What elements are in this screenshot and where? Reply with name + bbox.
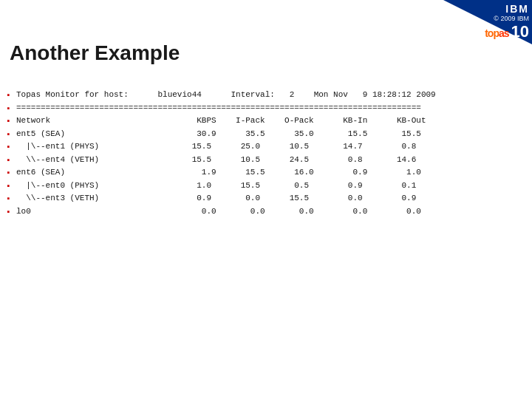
bullet-icon: ▪ bbox=[6, 141, 13, 154]
bullet-icon: ▪ bbox=[6, 167, 13, 180]
corner-text: IBM © 2009 IBM topas 10 bbox=[485, 3, 529, 41]
slide-number: 10 bbox=[511, 22, 529, 41]
line-text: Network KBPS I-Pack O-Pack KB-In KB-Out bbox=[16, 115, 426, 127]
line-text: |\--ent0 (PHYS) 1.0 15.5 0.5 0.9 0.1 bbox=[16, 180, 416, 192]
line-text: Topas Monitor for host: bluevio44 Interv… bbox=[16, 89, 436, 101]
bullet-icon: ▪ bbox=[6, 129, 13, 141]
bullet-icon: ▪ bbox=[6, 89, 13, 102]
terminal-line: ▪=======================================… bbox=[6, 102, 529, 115]
terminal-line: ▪lo0 0.0 0.0 0.0 0.0 0.0 bbox=[6, 205, 529, 219]
line-text: lo0 0.0 0.0 0.0 0.0 0.0 bbox=[16, 205, 421, 218]
copyright-text: © 2009 IBM bbox=[485, 15, 529, 22]
terminal-line: ▪ent5 (SEA) 30.9 35.5 35.0 15.5 15.5 bbox=[6, 128, 529, 141]
terminal-line: ▪ \\--ent4 (VETH) 15.5 10.5 24.5 0.8 14.… bbox=[6, 154, 529, 167]
bullet-icon: ▪ bbox=[6, 103, 13, 115]
bullet-icon: ▪ bbox=[6, 193, 13, 205]
terminal-line: ▪Topas Monitor for host: bluevio44 Inter… bbox=[6, 89, 529, 102]
bullet-icon: ▪ bbox=[6, 115, 13, 128]
terminal-line: ▪ent6 (SEA) 1.9 15.5 16.0 0.9 1.0 bbox=[6, 166, 529, 180]
line-text: ========================================… bbox=[16, 102, 421, 115]
page-title: Another Example bbox=[10, 41, 180, 65]
corner-banner: IBM © 2009 IBM topas 10 bbox=[443, 0, 532, 44]
line-text: \\--ent3 (VETH) 0.9 0.0 15.5 0.0 0.9 bbox=[16, 192, 416, 205]
bullet-icon: ▪ bbox=[6, 154, 13, 167]
line-text: ent5 (SEA) 30.9 35.5 35.0 15.5 15.5 bbox=[16, 128, 421, 140]
bullet-icon: ▪ bbox=[6, 180, 13, 193]
terminal-line: ▪ \\--ent3 (VETH) 0.9 0.0 15.5 0.0 0.9 bbox=[6, 192, 529, 205]
terminal-line: ▪ |\--ent1 (PHYS) 15.5 25.0 10.5 14.7 0.… bbox=[6, 140, 529, 154]
terminal-line: ▪Network KBPS I-Pack O-Pack KB-In KB-Out bbox=[6, 115, 529, 128]
line-text: |\--ent1 (PHYS) 15.5 25.0 10.5 14.7 0.8 bbox=[16, 140, 416, 153]
line-text: ent6 (SEA) 1.9 15.5 16.0 0.9 1.0 bbox=[16, 166, 421, 179]
topas-badge: topas bbox=[485, 27, 508, 39]
bullet-icon: ▪ bbox=[6, 206, 13, 219]
terminal-line: ▪ |\--ent0 (PHYS) 1.0 15.5 0.5 0.9 0.1 bbox=[6, 180, 529, 193]
ibm-logo: IBM bbox=[485, 3, 529, 15]
line-text: \\--ent4 (VETH) 15.5 10.5 24.5 0.8 14.6 bbox=[16, 154, 416, 166]
content-area: ▪Topas Monitor for host: bluevio44 Inter… bbox=[6, 89, 529, 392]
